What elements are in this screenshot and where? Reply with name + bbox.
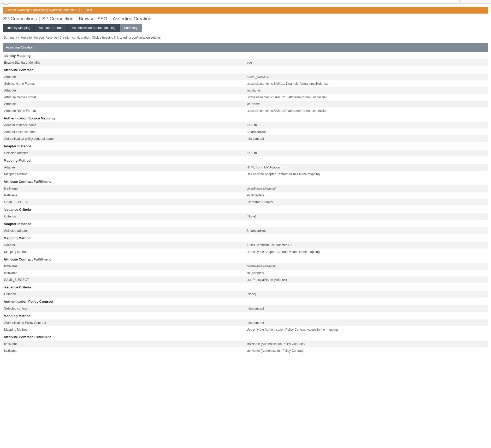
table-row: firstNamegivenName (Adapter) <box>3 185 488 192</box>
row-key: Authentication Policy Contract <box>3 319 246 326</box>
table-row: Adapter instance nameAdAuth <box>3 122 488 129</box>
row-key: SAML_SUBJECT <box>3 199 246 205</box>
breadcrumb-item[interactable]: Browser SSO <box>79 16 107 22</box>
group-heading-link[interactable]: Adapter Instance <box>3 142 488 150</box>
row-value: SAML_SUBJECT <box>246 74 488 80</box>
table-row: Authentication Policy Contractmfa-contra… <box>3 319 488 326</box>
row-key: Adapter instance name <box>3 122 246 129</box>
table-row: lastNamelastName (Authentication Policy … <box>3 347 488 354</box>
table-row: firstNamegivenName (Adapter) <box>3 263 488 270</box>
table-row: Adapter instance nameSmartcardAuth <box>3 129 488 135</box>
group-heading-link[interactable]: Attribute Contract Fulfillment <box>3 333 488 341</box>
row-key: Mapping Method <box>3 249 246 255</box>
table-row: AttributelastName <box>3 101 488 107</box>
kv-table: Selected adapterSmartcardAuth <box>3 227 488 234</box>
table-row: AttributefirstName <box>3 87 488 94</box>
browser-url-field[interactable] <box>39 0 460 2</box>
table-row: Selected adapterSmartcardAuth <box>3 227 488 234</box>
group-heading-link[interactable]: Issuance Criteria <box>3 283 488 291</box>
row-key: lastName <box>3 192 246 199</box>
group-heading-link[interactable]: Issuance Criteria <box>3 205 488 213</box>
row-key: Criterion <box>3 291 246 298</box>
row-value: HTML Form IdP Adapter <box>246 164 488 171</box>
row-key: Selected adapter <box>3 227 246 234</box>
row-key: Subject Name Format <box>3 80 246 87</box>
row-key: Selected contract <box>3 305 246 312</box>
group-heading-link[interactable]: Mapping Method <box>3 234 488 242</box>
tab-authentication-source-mapping[interactable]: Authentication Source Mapping <box>68 24 120 32</box>
row-value: firstName <box>246 87 488 94</box>
tab-attribute-contract[interactable]: Attribute Contract <box>35 24 68 32</box>
group-heading-link[interactable]: Mapping Method <box>3 156 488 164</box>
row-key: Adapter <box>3 164 246 171</box>
row-value: sn (Adapter) <box>246 270 488 276</box>
breadcrumb-separator: | <box>75 16 77 22</box>
group-heading-link[interactable]: Attribute Contract <box>3 66 488 74</box>
row-value: givenName (Adapter) <box>246 263 488 270</box>
kv-table: Authentication Policy Contractmfa-contra… <box>3 319 488 333</box>
group-heading-link[interactable]: Adapter Instance <box>3 220 488 227</box>
browser-chrome <box>0 0 491 4</box>
group-heading-link[interactable]: Attribute Contract Fulfillment <box>3 255 488 263</box>
row-value: mfa-contract <box>246 319 488 326</box>
table-row: SAML_SUBJECTusername (Adapter) <box>3 199 488 205</box>
group-heading-link[interactable]: Mapping Method <box>3 312 488 319</box>
row-value: true <box>246 59 488 66</box>
kv-table: Adapter instance nameAdAuthAdapter insta… <box>3 122 488 142</box>
row-value: lastName (Authentication Policy Contract… <box>246 347 488 354</box>
kv-table: Enable Standard Identifiertrue <box>3 59 488 66</box>
row-value: urn:oasis:names:tc:SAML:1.1:nameid-forma… <box>246 80 488 87</box>
kv-table: firstNamegivenName (Adapter)lastNamesn (… <box>3 263 488 283</box>
kv-table: Criterion(None) <box>3 213 488 220</box>
row-value: SmartcardAuth <box>246 227 488 234</box>
row-value: AdAuth <box>246 150 488 156</box>
kv-table: Selected contractmfa-contract <box>3 305 488 312</box>
row-key: Attribute <box>3 87 246 94</box>
row-key: Enable Standard Identifier <box>3 59 246 66</box>
row-value: username (Adapter) <box>246 199 488 205</box>
section-header-assertion-creation: Assertion Creation <box>3 43 488 52</box>
table-row: AttributeSAML_SUBJECT <box>3 74 488 80</box>
table-row: Mapping MethodUse only the Adapter Contr… <box>3 171 488 178</box>
group-heading-link[interactable]: Authentication Source Mapping <box>3 114 488 122</box>
row-key: Selected adapter <box>3 150 246 156</box>
tab-bar: Identity MappingAttribute ContractAuthen… <box>3 24 488 32</box>
table-row: Selected adapterAdAuth <box>3 150 488 156</box>
row-key: firstName <box>3 263 246 270</box>
row-value: firstName (Authentication Policy Contrac… <box>246 341 488 347</box>
row-key: Attribute <box>3 101 246 107</box>
row-value: Use only the Authentication Policy Contr… <box>246 326 488 333</box>
group-heading-link[interactable]: Identity Mapping <box>3 52 488 59</box>
row-value: mfa-contract <box>246 305 488 312</box>
row-key: Attribute Name Format <box>3 107 246 114</box>
table-row: firstNamefirstName (Authentication Polic… <box>3 341 488 347</box>
tab-summary[interactable]: Summary <box>120 24 142 32</box>
group-heading-link[interactable]: Attribute Contract Fulfillment <box>3 178 488 185</box>
table-row: lastNamesn (Adapter) <box>3 192 488 199</box>
table-row: SAML_SUBJECTuserPrincipalName (Adapter) <box>3 276 488 283</box>
kv-table: Selected adapterAdAuth <box>3 150 488 156</box>
row-value: Use only the Adapter Contract values in … <box>246 249 488 255</box>
kv-table: AdapterHTML Form IdP AdapterMapping Meth… <box>3 164 488 178</box>
row-key: firstName <box>3 341 246 347</box>
table-row: Criterion(None) <box>3 213 488 220</box>
tab-identity-mapping[interactable]: Identity Mapping <box>3 24 35 32</box>
row-value: (None) <box>246 291 488 298</box>
table-row: Attribute Name Formaturn:oasis:names:tc:… <box>3 107 488 114</box>
group-heading-link[interactable]: Authentication Policy Contract <box>3 298 488 305</box>
row-key: Attribute Name Format <box>3 94 246 101</box>
breadcrumb-item[interactable]: Assertion Creation <box>113 16 151 22</box>
row-value: urn:oasis:names:tc:SAML:2.0:attrname-for… <box>246 94 488 101</box>
table-row: AdapterHTML Form IdP Adapter <box>3 164 488 171</box>
row-value: sn (Adapter) <box>246 192 488 199</box>
kv-table: firstNamefirstName (Authentication Polic… <box>3 341 488 354</box>
breadcrumb-item[interactable]: SP Connections <box>3 16 37 22</box>
row-key: SAML_SUBJECT <box>3 276 246 283</box>
row-key: lastName <box>3 270 246 276</box>
row-key: Adapter <box>3 242 246 249</box>
row-value: lastName <box>246 101 488 107</box>
breadcrumb-item[interactable]: SP Connection <box>42 16 73 22</box>
table-row: Enable Standard Identifiertrue <box>3 59 488 66</box>
table-row: Attribute Name Formaturn:oasis:names:tc:… <box>3 94 488 101</box>
row-value: SmartcardAuth <box>246 129 488 135</box>
